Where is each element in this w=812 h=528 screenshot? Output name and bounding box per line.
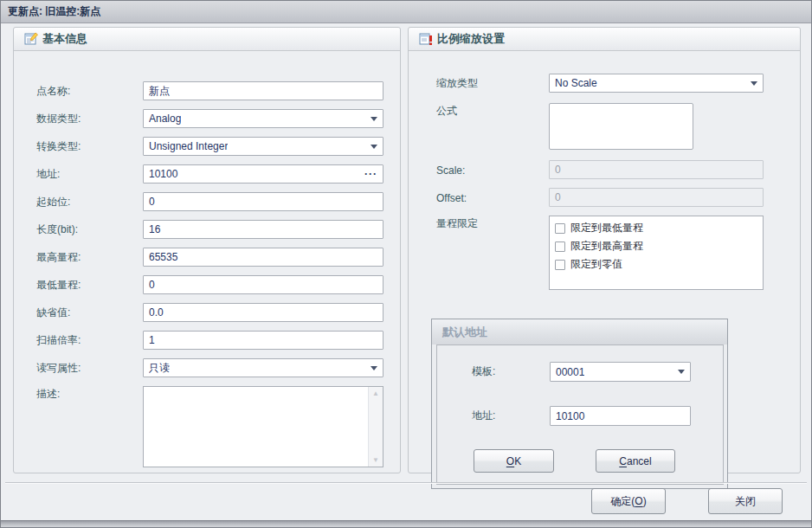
- default-address-body: 模板: 00001 地址: OK Cancel: [436, 344, 724, 485]
- form-row-scale-type: 缩放类型 No Scale: [436, 74, 800, 93]
- limit-low-checkbox-item[interactable]: 限定到最低量程: [555, 220, 757, 236]
- checkbox-label: 限定到最高量程: [570, 239, 643, 254]
- data-type-value: Analog: [149, 113, 181, 125]
- default-value-input[interactable]: [143, 303, 383, 322]
- form-row-scale: Scale:: [436, 160, 800, 179]
- range-limit-listbox[interactable]: 限定到最低量程 限定到最高量程 限定到零值: [549, 216, 764, 290]
- default-address-label: 地址:: [472, 409, 550, 423]
- scan-rate-label: 扫描倍率:: [36, 332, 143, 348]
- cancel-button[interactable]: Cancel: [596, 449, 675, 473]
- default-address-input[interactable]: [550, 406, 691, 426]
- checkbox-label: 限定到最低量程: [570, 221, 643, 235]
- form-row-length: 长度(bit):: [36, 220, 383, 239]
- template-select[interactable]: 00001: [550, 362, 691, 382]
- form-row-scan-rate: 扫描倍率:: [36, 331, 383, 350]
- form-row-default-address: 地址:: [472, 406, 691, 426]
- limit-zero-checkbox-item[interactable]: 限定到零值: [555, 256, 757, 273]
- alert-form-icon: [419, 32, 433, 46]
- button-label: O: [635, 495, 642, 507]
- button-label: 关闭: [735, 495, 756, 507]
- formula-label: 公式: [436, 103, 549, 119]
- form-row-template: 模板: 00001: [472, 362, 691, 382]
- range-low-input[interactable]: [143, 275, 383, 294]
- checkbox-label: 限定到零值: [570, 257, 622, 272]
- description-scrollbar[interactable]: ▲ ▼: [368, 387, 383, 467]
- window-bottom-edge: [1, 520, 811, 527]
- panel-title: 比例缩放设置: [437, 31, 505, 47]
- length-input[interactable]: [143, 220, 383, 239]
- form-row-description: 描述: ▲ ▼: [36, 386, 383, 467]
- scroll-up-icon[interactable]: ▲: [372, 390, 379, 397]
- checkbox-unchecked-icon[interactable]: [555, 260, 565, 270]
- checkbox-unchecked-icon[interactable]: [555, 241, 565, 252]
- range-low-label: 最低量程:: [36, 277, 143, 293]
- form-row-default-value: 缺省值:: [36, 303, 383, 322]
- form-row-offset: Offset:: [436, 188, 800, 207]
- scale-input: [549, 160, 764, 179]
- confirm-button[interactable]: 确定(O): [591, 488, 666, 514]
- conversion-type-label: 转换类型:: [36, 138, 143, 154]
- address-input[interactable]: 10100 ···: [143, 164, 383, 184]
- address-browse-button[interactable]: ···: [364, 171, 377, 177]
- ok-button[interactable]: OK: [474, 449, 554, 473]
- button-label: C: [619, 455, 627, 467]
- limit-high-checkbox-item[interactable]: 限定到最高量程: [555, 238, 757, 254]
- start-bit-label: 起始位:: [36, 194, 143, 209]
- edit-form-icon: [24, 32, 38, 46]
- scale-type-select[interactable]: No Scale: [549, 74, 764, 93]
- description-textarea[interactable]: [144, 387, 368, 467]
- basic-info-header: 基本信息: [14, 28, 400, 51]
- chevron-down-icon: [371, 117, 377, 121]
- form-row-formula: 公式: [436, 103, 800, 150]
- start-bit-input[interactable]: [143, 192, 383, 211]
- form-row-range-high: 最高量程:: [36, 248, 383, 267]
- rw-attr-select[interactable]: 只读: [143, 358, 383, 377]
- conversion-type-value: Unsigned Integer: [149, 140, 228, 152]
- chevron-down-icon: [751, 81, 757, 86]
- form-row-range-low: 最低量程:: [36, 275, 383, 294]
- range-high-input[interactable]: [143, 248, 383, 267]
- conversion-type-select[interactable]: Unsigned Integer: [143, 137, 383, 156]
- scroll-down-icon[interactable]: ▼: [372, 456, 379, 464]
- template-value: 00001: [556, 366, 584, 378]
- button-label: K: [514, 455, 521, 467]
- length-label: 长度(bit):: [36, 222, 143, 237]
- close-button[interactable]: 关闭: [708, 488, 783, 514]
- description-field: ▲ ▼: [143, 386, 383, 467]
- update-point-dialog: 更新点: 旧温控:新点 基本信息 点名称: 数据类型: Analog: [0, 0, 812, 528]
- scale-settings-body: 缩放类型 No Scale 公式 Scale: Offset: 量程限定: [409, 51, 800, 473]
- form-row-point-name: 点名称:: [36, 81, 383, 100]
- point-name-label: 点名称:: [36, 83, 143, 99]
- chevron-down-icon: [678, 370, 685, 374]
- range-high-label: 最高量程:: [36, 249, 143, 265]
- range-limit-label: 量程限定: [436, 216, 549, 231]
- form-row-address: 地址: 10100 ···: [36, 164, 383, 184]
- address-value: 10100: [149, 168, 177, 180]
- template-label: 模板:: [472, 364, 550, 379]
- rw-attr-value: 只读: [149, 361, 170, 376]
- button-label: O: [506, 455, 514, 467]
- rw-attr-label: 读写属性:: [36, 360, 143, 376]
- button-label: ancel: [627, 455, 652, 467]
- offset-input: [549, 188, 764, 207]
- scale-settings-panel: 比例缩放设置 缩放类型 No Scale 公式 Scale: Offset:: [408, 27, 801, 473]
- basic-info-panel: 基本信息 点名称: 数据类型: Analog 转换类型: Unsigned In…: [13, 27, 401, 473]
- button-label: 确定(: [610, 495, 635, 507]
- offset-label: Offset:: [436, 191, 549, 204]
- title-bar: 更新点: 旧温控:新点: [1, 1, 811, 23]
- form-row-conversion-type: 转换类型: Unsigned Integer: [36, 137, 383, 156]
- scale-type-value: No Scale: [555, 77, 597, 89]
- footer-separator: [5, 482, 807, 484]
- formula-textarea[interactable]: [549, 103, 693, 150]
- form-row-start-bit: 起始位:: [36, 192, 383, 211]
- data-type-label: 数据类型:: [36, 111, 143, 126]
- checkbox-unchecked-icon[interactable]: [555, 223, 565, 234]
- point-name-input[interactable]: [143, 81, 383, 100]
- default-address-group: 默认地址 模板: 00001 地址: OK: [431, 319, 728, 489]
- scale-label: Scale:: [436, 164, 549, 177]
- dialog-title: 更新点: 旧温控:新点: [8, 4, 100, 19]
- scan-rate-input[interactable]: [143, 331, 383, 350]
- data-type-select[interactable]: Analog: [143, 109, 383, 128]
- form-row-data-type: 数据类型: Analog: [36, 109, 383, 128]
- description-label: 描述:: [36, 386, 143, 402]
